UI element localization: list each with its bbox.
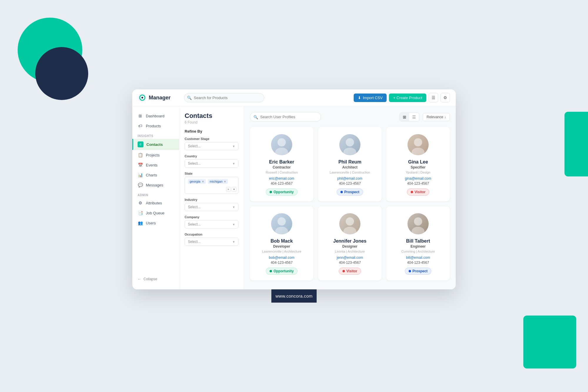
contact-title: Engineer: [410, 244, 425, 248]
sidebar-bottom: ← Collapse: [132, 273, 179, 285]
filter-label-occupation: Occupation: [185, 233, 238, 236]
import-csv-button[interactable]: ⬇ Import CSV: [354, 94, 387, 102]
top-search-bar: 🔍: [184, 93, 264, 102]
tag-georgia: georgia ✕: [188, 179, 206, 184]
filter-select-industry[interactable]: Select... ▼: [185, 203, 238, 211]
app-title: Manager: [149, 95, 171, 101]
svg-point-9: [278, 217, 286, 226]
sidebar-item-events[interactable]: 📅 Events: [132, 160, 179, 170]
sidebar-item-messages[interactable]: 💬 Messages: [132, 180, 179, 190]
badge-dot-icon: [270, 270, 272, 272]
filter-select-occupation[interactable]: Select... ▼: [185, 238, 238, 246]
sidebar-item-dashboard[interactable]: ⊞ Dashboard: [132, 111, 179, 121]
bg-circle-dark: [35, 47, 88, 100]
contact-avatar: [271, 213, 292, 234]
filter-tags-clear-button[interactable]: ✕: [226, 187, 231, 192]
contact-location: Lawrenceville | Architecture: [262, 250, 301, 253]
filters-panel: Contacts 6 Found Refine By Customer Stag…: [179, 106, 244, 289]
contact-email[interactable]: gina@email.com: [405, 176, 431, 181]
topbar-actions: ⬇ Import CSV + Create Product ☰ ⚙: [354, 93, 450, 102]
users-icon: 👥: [138, 221, 143, 225]
collapse-button[interactable]: ← Collapse: [138, 277, 174, 281]
table-view-button[interactable]: ☰: [429, 93, 438, 102]
logo-icon: [138, 94, 146, 102]
chevron-down-icon: ▼: [232, 145, 235, 148]
contact-email[interactable]: eric@email.com: [269, 176, 294, 181]
badge-dot-icon: [343, 270, 345, 272]
contact-card[interactable]: Jennifer Jones Designer Livonia | Archit…: [318, 206, 382, 281]
chevron-down-icon: ▼: [232, 240, 235, 243]
sort-button[interactable]: Relevance ↓: [423, 113, 450, 121]
filter-group-customer-stage: Customer Stage Select... ▼: [185, 137, 238, 150]
contact-location: Roswell | Construction: [265, 171, 298, 174]
sidebar-item-contacts[interactable]: C Contacts: [132, 139, 179, 150]
filter-select-country[interactable]: Select... ▼: [185, 159, 238, 168]
sidebar-section-admin: ADMIN: [132, 190, 179, 198]
top-search-input[interactable]: [184, 93, 264, 102]
tag-georgia-remove[interactable]: ✕: [202, 180, 204, 183]
sidebar-item-label: Attributes: [146, 201, 162, 205]
dashboard-icon: ⊞: [138, 114, 143, 118]
contacts-search-icon: 🔍: [253, 115, 258, 119]
tag-michigan-remove[interactable]: ✕: [224, 180, 226, 183]
svg-point-12: [343, 227, 356, 234]
svg-point-4: [275, 148, 288, 155]
list-view-button[interactable]: ☰: [409, 113, 419, 121]
sidebar-item-label: Events: [146, 163, 158, 167]
contact-card[interactable]: Gina Lee Specifier Ypsilanti | Design gi…: [386, 127, 450, 201]
filter-group-company: Company Select... ▼: [185, 215, 238, 228]
filter-label-country: Country: [185, 154, 238, 158]
contact-avatar: [407, 134, 429, 155]
contact-name: Bob Mack: [270, 238, 293, 244]
collapse-label: Collapse: [143, 277, 157, 281]
contact-email[interactable]: phil@email.com: [337, 176, 363, 181]
sidebar-item-attributes[interactable]: ⚙ Attributes: [132, 198, 179, 208]
contact-title: Contractor: [273, 165, 290, 169]
badge-dot-icon: [411, 191, 413, 193]
svg-point-7: [414, 138, 422, 146]
badge-dot-icon: [340, 191, 343, 193]
contact-name: Gina Lee: [408, 159, 428, 165]
contact-email[interactable]: jenn@email.com: [337, 256, 363, 260]
contact-phone: 404-123-4567: [339, 181, 361, 186]
sidebar-item-users[interactable]: 👥 Users: [132, 218, 179, 228]
contact-email[interactable]: bob@email.com: [269, 256, 295, 260]
svg-point-11: [346, 217, 354, 226]
chevron-down-icon: ▼: [232, 162, 235, 165]
contacts-search-input[interactable]: [250, 112, 321, 122]
svg-point-6: [343, 148, 356, 155]
sidebar-item-projects[interactable]: 📋 Projects: [132, 150, 179, 160]
filter-select-company[interactable]: Select... ▼: [185, 220, 238, 228]
settings-button[interactable]: ⚙: [440, 93, 450, 102]
contact-phone: 404-123-4567: [407, 261, 429, 265]
sidebar-item-charts[interactable]: 📊 Charts: [132, 170, 179, 180]
badge-dot-icon: [270, 191, 272, 193]
contacts-search: 🔍: [250, 112, 321, 122]
svg-point-2: [141, 97, 143, 99]
filter-select-customer-stage[interactable]: Select... ▼: [185, 142, 238, 150]
contact-card[interactable]: Eric Barker Contractor Roswell | Constru…: [250, 127, 313, 201]
contacts-grid: Eric Barker Contractor Roswell | Constru…: [250, 127, 450, 281]
create-product-button[interactable]: + Create Product: [389, 94, 426, 102]
filter-group-country: Country Select... ▼: [185, 154, 238, 168]
charts-icon: 📊: [138, 173, 143, 177]
contact-card[interactable]: Phil Reum Architect Lawrenceville | Cons…: [318, 127, 382, 201]
import-icon: ⬇: [358, 96, 361, 100]
filter-label-industry: Industry: [185, 198, 238, 201]
filters-count: 6 Found: [185, 120, 238, 124]
grid-view-button[interactable]: ⊞: [400, 113, 409, 121]
contact-title: Developer: [273, 244, 290, 248]
sidebar-item-job-queue[interactable]: 📑 Job Queue: [132, 208, 179, 218]
contact-title: Architect: [342, 165, 358, 169]
filter-label-company: Company: [185, 215, 238, 219]
contact-phone: 404-123-4567: [407, 181, 429, 186]
filter-label-customer-stage: Customer Stage: [185, 137, 238, 141]
sidebar-item-products[interactable]: 🏷 Products: [132, 121, 179, 131]
logo-area: Manager: [138, 94, 179, 102]
contact-card[interactable]: Bill Talbert Engineer Cumming | Architec…: [386, 206, 450, 281]
contact-email[interactable]: bill@email.com: [406, 256, 430, 260]
contact-card[interactable]: Bob Mack Developer Lawrenceville | Archi…: [250, 206, 313, 281]
filter-tags-expand-button[interactable]: ▼: [232, 187, 236, 192]
contact-location: Cumming | Architecture: [401, 250, 435, 253]
sidebar-item-label: Job Queue: [146, 211, 165, 215]
